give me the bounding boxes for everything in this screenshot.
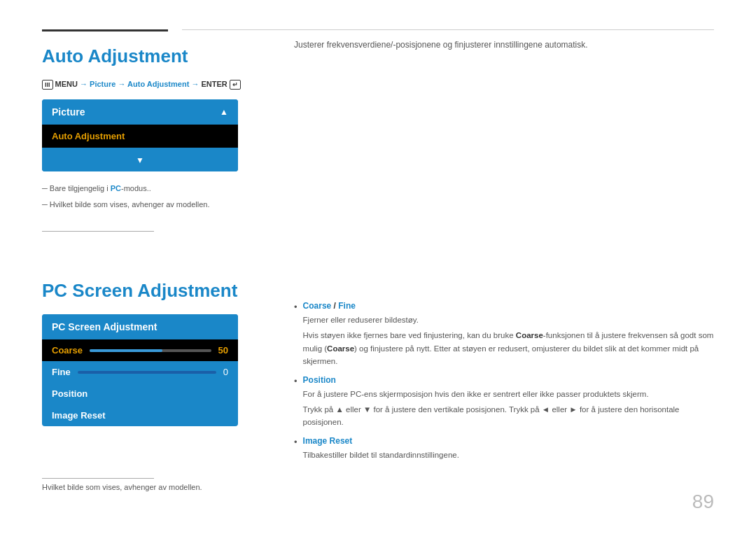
picture-ui-footer: ▼ (42, 148, 238, 171)
coarse-slider[interactable] (90, 349, 211, 352)
bullet-image-reset: Image Reset Tilbakestiller bildet til st… (294, 436, 721, 461)
auto-adjustment-link: Auto Adjustment (127, 80, 189, 88)
pc-item-position[interactable]: Position (42, 383, 238, 405)
auto-adjustment-selected-item[interactable]: Auto Adjustment (42, 125, 238, 148)
pc-screen-ui-box: PC Screen Adjustment Coarse 50 Fine 0 Po… (42, 314, 238, 426)
enter-label: ENTER ↵ (201, 80, 240, 88)
pc-bottom-note: Hvilket bilde som vises, avhenger av mod… (42, 483, 202, 491)
pc-highlight: PC (111, 184, 121, 192)
auto-adjustment-title: Auto Adjustment (42, 45, 280, 67)
bottom-divider (42, 478, 154, 479)
up-arrow-icon: ▲ (220, 107, 228, 117)
position-content: Position For å justere PC-ens skjermposi… (303, 375, 721, 429)
position-label: Position (52, 388, 88, 399)
auto-adjustment-description: Justerer frekvensverdiene/-posisjonene o… (294, 38, 721, 52)
auto-adjustment-note2: ─ Hvilket bilde som vises, avhenger av m… (42, 199, 280, 211)
enter-icon: ↵ (230, 80, 241, 90)
auto-adjustment-section: Auto Adjustment III MENU → Picture → Aut… (42, 38, 280, 210)
image-reset-content: Image Reset Tilbakestiller bildet til st… (303, 436, 721, 461)
picture-header-title: Picture (52, 106, 85, 118)
page-number: 89 (692, 491, 714, 513)
coarse-bold2: Coarse (327, 344, 354, 353)
picture-link: Picture (90, 80, 115, 88)
page-container: Auto Adjustment III MENU → Picture → Aut… (0, 0, 756, 534)
position-title: Position (303, 375, 721, 385)
image-reset-title: Image Reset (303, 436, 721, 446)
coarse-fine-body1: Fjerner eller reduserer bildestøy. (303, 314, 721, 326)
coarse-fine-body2: Hvis støyen ikke fjernes bare ved finjus… (303, 329, 721, 367)
picture-ui-box: Picture ▲ Auto Adjustment ▼ (42, 99, 238, 171)
image-reset-body: Tilbakestiller bildet til standardinnsti… (303, 449, 721, 461)
coarse-value: 50 (218, 345, 228, 356)
pc-screen-right-content: Coarse / Fine Fjerner eller reduserer bi… (294, 301, 721, 464)
auto-adjustment-menu-path: III MENU → Picture → Auto Adjustment → E… (42, 80, 280, 90)
top-line-right (182, 29, 714, 30)
auto-adjustment-right: Justerer frekvensverdiene/-posisjonene o… (294, 38, 721, 73)
position-body2: Trykk på ▲ eller ▼ for å justere den ver… (303, 403, 721, 429)
position-body1: For å justere PC-ens skjermposisjon hvis… (303, 388, 721, 400)
fine-label: Fine (52, 367, 71, 377)
bullet-position: Position For å justere PC-ens skjermposi… (294, 375, 721, 429)
fine-title-text: Fine (338, 301, 356, 311)
position-title-text: Position (303, 375, 336, 385)
pc-screen-adjustment-title: PC Screen Adjustment (42, 280, 238, 302)
image-reset-label: Image Reset (52, 410, 106, 421)
picture-ui-header: Picture ▲ (42, 99, 238, 125)
coarse-slider-fill (90, 349, 162, 352)
fine-slider[interactable] (78, 371, 216, 374)
down-arrow-icon: ▼ (136, 155, 144, 165)
menu-icon: III (42, 80, 53, 90)
coarse-title-text: Coarse (303, 301, 332, 311)
coarse-fine-content: Coarse / Fine Fjerner eller reduserer bi… (303, 301, 721, 368)
pc-item-coarse[interactable]: Coarse 50 (42, 339, 238, 361)
auto-adjustment-note1: ─ Bare tilgjengelig i PC-modus.. (42, 183, 280, 195)
mid-divider (42, 231, 154, 232)
pc-screen-adjustment-section: PC Screen Adjustment PC Screen Adjustmen… (42, 273, 238, 426)
coarse-fine-title: Coarse / Fine (303, 301, 721, 311)
menu-label: III MENU (42, 80, 78, 88)
top-line-left (42, 29, 168, 31)
pc-item-fine[interactable]: Fine 0 (42, 361, 238, 383)
pc-screen-ui-header: PC Screen Adjustment (42, 314, 238, 339)
fine-value: 0 (223, 367, 228, 377)
coarse-bold1: Coarse (516, 331, 543, 339)
pc-item-image-reset[interactable]: Image Reset (42, 405, 238, 426)
image-reset-title-text: Image Reset (303, 436, 353, 446)
bullet-coarse-fine: Coarse / Fine Fjerner eller reduserer bi… (294, 301, 721, 368)
coarse-label: Coarse (52, 345, 83, 356)
